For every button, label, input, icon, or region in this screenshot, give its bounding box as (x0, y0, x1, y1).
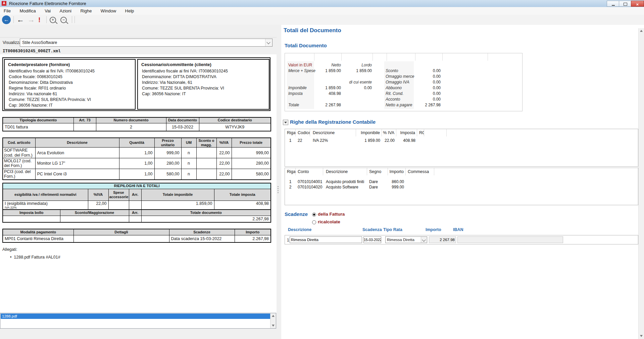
scadenza-data-input[interactable] (363, 236, 381, 243)
cell-importo: 860.00 (388, 179, 406, 185)
grid-col-header (434, 168, 638, 175)
supplier-line: Identificativo fiscale ai fini IVA: IT00… (9, 69, 95, 73)
totals-label: Merce + Spese (288, 68, 314, 73)
menu-righe[interactable]: Righe (77, 7, 95, 15)
supplier-line: Comune: TEZZE SUL BRENTA Provincia: VI (9, 97, 91, 102)
supplier-line: Cap: 36056 Nazione: IT (9, 103, 53, 108)
riepiloghi-title: RIEPILOGHI IVA E TOTALI (3, 183, 271, 189)
riepiloghi-col-header: Totale imposta (214, 189, 271, 201)
payment-col-header: Modalità pagamento (3, 229, 73, 235)
document-header-table: Tipologia documento Art. 73 Numero docum… (2, 117, 271, 131)
payment-mode: MP01 Contanti Rimessa Diretta (3, 235, 73, 242)
tipo-rata-value: Rimessa Diretta (387, 238, 414, 242)
zoom-out-button[interactable]: − (60, 17, 67, 23)
navigate-previous-button[interactable]: ← (17, 15, 24, 25)
conti-grid-row[interactable]: 2 07010104020 Acquisto Software Dare 999… (285, 184, 638, 190)
totals-row: di cui esente Omaggio IVA 0.00 (285, 80, 522, 85)
menu-vai[interactable]: Vai (41, 7, 54, 15)
allegati-item: • 1288.pdf Fattura #AL01# (10, 255, 60, 260)
menu-window[interactable]: Window (97, 7, 120, 15)
supplier-title: Cedente/prestatore (fornitore) (8, 62, 70, 67)
radio-ricalcolate-label[interactable]: ricalcolate (318, 219, 340, 224)
totals-netto: 1 859.00 (314, 68, 341, 73)
splitter-grip-icon (278, 185, 279, 194)
customer-title: Cessionario/committente (cliente) (141, 62, 211, 67)
scroll-up-button[interactable] (639, 28, 644, 34)
menu-modifica[interactable]: Modifica (16, 7, 39, 15)
item-description: PC Intel Core i3 (35, 169, 119, 179)
item-code: SOFTWARE (cod. del Forn.) (3, 148, 35, 158)
panel-splitter[interactable] (277, 25, 281, 339)
listbox-scrollbar[interactable] (270, 313, 276, 328)
panel-scrollbar[interactable] (638, 28, 644, 339)
totals-header-ticks (285, 53, 522, 61)
doc-numero: 2 (96, 123, 166, 131)
zoom-in-button[interactable]: + (50, 17, 56, 23)
attachments-listbox: 1288.pdf (0, 313, 276, 329)
customer-box: Cessionario/committente (cliente) Identi… (137, 59, 269, 110)
chevron-down-icon (284, 122, 287, 123)
supplier-line: Codice fiscale: 00863010245 (9, 74, 62, 79)
totals-netto: 408.98 (314, 91, 341, 96)
totale-col-header: Sconto/Maggiorazione (60, 210, 129, 216)
scroll-down-icon[interactable] (272, 325, 275, 327)
scroll-down-button[interactable] (639, 333, 644, 339)
riepiloghi-col-header: esigibilità iva / riferimenti normativi (3, 189, 88, 201)
invoice-preview-panel: Visualizza Stile AssoSoftware IT00863010… (0, 25, 277, 339)
cell-imposta: 408.98 (396, 138, 417, 144)
conti-grid-header: Riga Conto Descrizione Segno Importo Com… (285, 168, 638, 175)
items-col-header: Descrizione (35, 138, 119, 148)
combobox-drop-button[interactable] (265, 39, 272, 46)
attachment-list-item[interactable]: 1288.pdf (1, 314, 270, 319)
riepiloghi-spese (108, 201, 129, 210)
minimize-button[interactable] (607, 1, 620, 7)
items-col-header: Sconto o magg. (196, 138, 216, 148)
bullet-icon: • (10, 255, 11, 260)
invoice-items-table: Cod. articolo Descrizione Quantità Prezz… (2, 137, 271, 180)
items-col-header: UM (181, 138, 196, 148)
invoice-item-row: MOLG17 (cod. del Forn.) Monitor LG 17" 1… (3, 158, 271, 169)
doc-col-header: Art. 73 (73, 117, 96, 123)
menu-azioni[interactable]: Azioni (56, 7, 75, 15)
select-drop-button[interactable] (421, 237, 427, 243)
payment-importo: 2.267,98 (235, 235, 271, 242)
collapse-toggle-button[interactable] (283, 120, 288, 125)
menu-file[interactable]: File (0, 7, 14, 15)
radio-della-fattura-label[interactable]: della Fattura (318, 212, 345, 217)
scroll-down-icon (640, 335, 643, 337)
grid-col-header: Riga (285, 129, 296, 136)
style-combobox[interactable]: Stile AssoSoftware (20, 39, 273, 47)
app-icon: A (2, 1, 6, 6)
scroll-up-icon[interactable] (272, 315, 275, 317)
esigibilita-subtext: IVA 22% (5, 206, 86, 209)
riepiloghi-imposta: 408,98 (214, 201, 271, 210)
xml-filename: IT00863010245_000ZT.xml (3, 49, 61, 54)
maximize-button[interactable] (619, 1, 632, 7)
grid-col-header: Conto (296, 168, 323, 175)
scadenza-row-number: 1 (287, 238, 289, 242)
back-circle-button[interactable]: ← (2, 15, 11, 24)
invoice-item-row: SOFTWARE (cod. del Forn.) Arca Evolution… (3, 148, 271, 158)
doc-col-header: Numero documento (96, 117, 166, 123)
cell-descrizione: Acquisto prodotti finiti (323, 179, 367, 185)
allegati-item-text: 1288.pdf Fattura #AL01# (14, 255, 60, 260)
navigate-next-button[interactable]: → (28, 15, 35, 25)
doc-col-header: Tipologia documento (3, 117, 73, 123)
close-button[interactable]: ✕ (631, 1, 644, 7)
radio-ricalcolate[interactable] (312, 220, 316, 224)
payment-col-header: Scadenze (169, 229, 235, 235)
item-sconto (196, 169, 216, 179)
scadenza-descrizione-input[interactable] (290, 236, 362, 243)
tipo-rata-select[interactable]: Rimessa Diretta (385, 236, 427, 243)
scadenza-iban-field[interactable] (457, 236, 563, 243)
menu-help[interactable]: Help (121, 7, 138, 15)
cell-riga: 2 (285, 184, 296, 190)
cell-riga: 1 (285, 138, 296, 144)
totals-label: Abbuono (386, 86, 414, 90)
radio-della-fattura[interactable] (312, 213, 316, 217)
alert-button[interactable]: ! (38, 15, 41, 25)
grid-col-header: Commessa (406, 168, 434, 175)
iva-grid-row[interactable]: 1 22 IVA 22% 1 859.00 22.00 408.98 (285, 138, 638, 144)
conti-grid-row[interactable]: 1 07010104001 Acquisto prodotti finiti D… (285, 179, 638, 185)
item-sconto (196, 158, 216, 169)
